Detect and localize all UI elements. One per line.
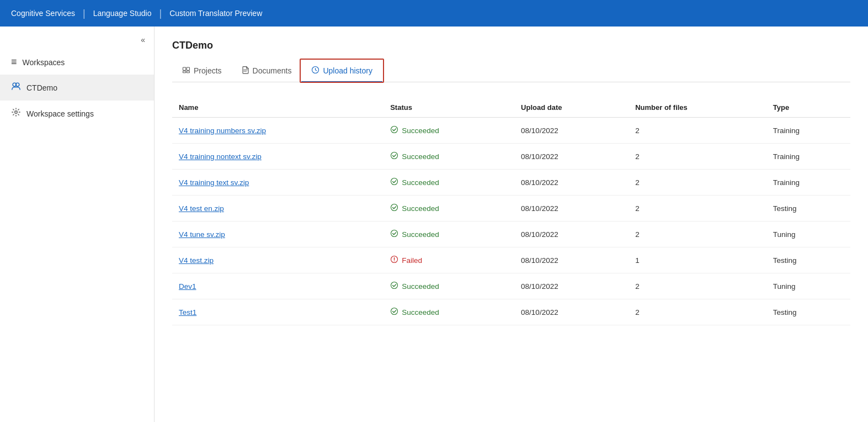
cell-status-7: Succeeded [384,299,514,325]
sidebar-collapse-button[interactable]: « [0,32,154,50]
workspaces-icon: ≡ [11,56,17,68]
link-name-6[interactable]: Dev1 [179,282,196,291]
link-name-4[interactable]: V4 tune sv.zip [179,230,225,239]
table-row: V4 training numbers sv.zipSucceeded08/10… [172,118,850,144]
succeeded-icon [390,125,398,135]
cell-name-1: V4 training nontext sv.zip [172,144,384,170]
cell-type-4: Tuning [766,221,850,247]
tabs-bar: Projects Documents [172,60,850,82]
status-text-1: Succeeded [402,152,439,161]
cell-status-6: Succeeded [384,273,514,299]
cell-status-0: Succeeded [384,118,514,144]
succeeded-icon [390,281,398,291]
workspace-settings-icon [11,107,21,120]
cell-numfiles-5: 1 [629,247,766,273]
link-name-3[interactable]: V4 test en.zip [179,204,224,213]
sidebar-item-ctdemo-label: CTDemo [26,83,57,92]
link-name-7[interactable]: Test1 [179,308,196,317]
status-text-7: Succeeded [402,308,439,317]
ctdemo-icon [11,81,21,94]
cell-numfiles-3: 2 [629,196,766,221]
topbar-divider-1: | [83,8,86,19]
tab-documents-label: Documents [253,66,292,75]
status-text-6: Succeeded [402,282,439,291]
svg-point-13 [391,204,398,211]
topbar-cognitive-services[interactable]: Cognitive Services [11,9,75,18]
table-row: Dev1Succeeded08/10/20222Tuning [172,273,850,299]
cell-status-5: Failed [384,247,514,273]
cell-type-0: Training [766,118,850,144]
cell-numfiles-2: 2 [629,170,766,196]
sidebar-item-ctdemo[interactable]: CTDemo [0,75,154,101]
projects-tab-icon [182,66,190,76]
col-header-type: Type [766,98,850,118]
succeeded-icon [390,177,398,187]
svg-point-14 [391,230,398,237]
cell-date-6: 08/10/2022 [514,273,629,299]
cell-status-3: Succeeded [384,196,514,221]
topbar-custom-translator[interactable]: Custom Translator Preview [169,9,262,18]
topbar-divider-2: | [159,8,162,19]
link-name-0[interactable]: V4 training numbers sv.zip [179,126,266,135]
cell-date-7: 08/10/2022 [514,299,629,325]
status-text-2: Succeeded [402,178,439,187]
tab-projects-label: Projects [194,66,222,75]
svg-point-18 [391,282,398,289]
link-name-1[interactable]: V4 training nontext sv.zip [179,152,262,161]
cell-date-1: 08/10/2022 [514,144,629,170]
svg-point-12 [391,178,398,185]
succeeded-icon [390,203,398,213]
svg-point-10 [391,126,398,133]
cell-name-7: Test1 [172,299,384,325]
cell-date-4: 08/10/2022 [514,221,629,247]
svg-point-2 [15,111,18,114]
tab-upload-history[interactable]: Upload history [301,60,382,82]
link-name-5[interactable]: V4 test.zip [179,256,214,265]
cell-type-2: Training [766,170,850,196]
table-row: V4 tune sv.zipSucceeded08/10/20222Tuning [172,221,850,247]
tab-documents[interactable]: Documents [232,60,302,82]
col-header-name: Name [172,98,384,118]
cell-numfiles-7: 2 [629,299,766,325]
svg-rect-4 [187,67,189,70]
svg-rect-6 [187,71,189,73]
sidebar-item-workspace-settings[interactable]: Workspace settings [0,101,154,126]
succeeded-icon [390,229,398,239]
table-header-row: Name Status Upload date Number of files … [172,98,850,118]
table-row: V4 training text sv.zipSucceeded08/10/20… [172,170,850,196]
table-row: Test1Succeeded08/10/20222Testing [172,299,850,325]
tab-projects[interactable]: Projects [172,60,232,82]
table-row: V4 training nontext sv.zipSucceeded08/10… [172,144,850,170]
col-header-status: Status [384,98,514,118]
table-row: V4 test.zipFailed08/10/20221Testing [172,247,850,273]
cell-numfiles-0: 2 [629,118,766,144]
svg-point-19 [391,308,398,315]
link-name-2[interactable]: V4 training text sv.zip [179,178,249,187]
cell-date-0: 08/10/2022 [514,118,629,144]
cell-type-6: Tuning [766,273,850,299]
topbar: Cognitive Services | Language Studio | C… [0,0,868,27]
cell-status-1: Succeeded [384,144,514,170]
content-area: CTDemo Projects [155,27,868,422]
failed-icon [390,255,398,265]
sidebar-item-workspaces-label: Workspaces [23,58,65,67]
cell-numfiles-6: 2 [629,273,766,299]
sidebar-item-workspaces[interactable]: ≡ Workspaces [0,50,154,75]
svg-rect-3 [183,67,186,70]
cell-name-5: V4 test.zip [172,247,384,273]
succeeded-icon [390,307,398,317]
cell-type-7: Testing [766,299,850,325]
col-header-num-files: Number of files [629,98,766,118]
status-text-4: Succeeded [402,230,439,239]
svg-point-11 [391,152,398,159]
documents-tab-icon [242,66,249,76]
cell-type-3: Testing [766,196,850,221]
cell-status-2: Succeeded [384,170,514,196]
cell-numfiles-1: 2 [629,144,766,170]
sidebar-item-workspace-settings-label: Workspace settings [26,109,94,118]
status-text-0: Succeeded [402,126,439,135]
succeeded-icon [390,151,398,161]
topbar-language-studio[interactable]: Language Studio [93,9,152,18]
cell-date-5: 08/10/2022 [514,247,629,273]
workspace-title: CTDemo [172,40,850,51]
